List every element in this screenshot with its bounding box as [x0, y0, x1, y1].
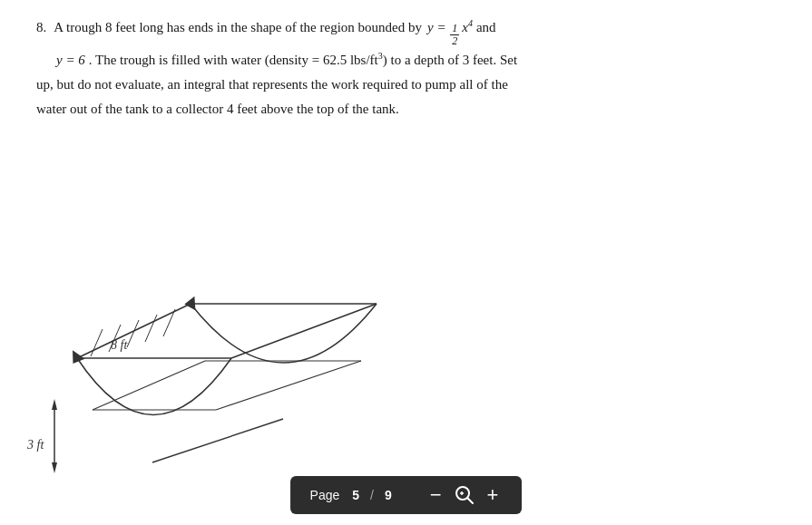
svg-marker-17 [52, 399, 57, 410]
svg-marker-15 [183, 297, 201, 314]
equation1: y = 1 2 x4 [427, 16, 473, 47]
total-pages: 9 [385, 488, 392, 502]
svg-line-12 [145, 315, 157, 342]
svg-line-8 [216, 361, 361, 410]
problem-line4: water out of the tank to a collector 4 f… [36, 102, 399, 116]
equation1-y: y = [427, 16, 449, 39]
page-content: 8. A trough 8 feet long has ends in the … [0, 0, 812, 525]
diagram-svg: 8 ft 3 ft [27, 181, 408, 490]
svg-line-4 [152, 419, 283, 462]
line1-and: and [476, 16, 496, 39]
svg-marker-18 [52, 462, 57, 473]
fraction-numerator: 1 [450, 23, 459, 35]
diagram-area: 8 ft 3 ft [27, 181, 408, 490]
problem-text: 8. A trough 8 feet long has ends in the … [36, 16, 776, 121]
problem-line1: A trough 8 feet long has ends in the sha… [54, 16, 422, 39]
svg-line-22 [467, 498, 473, 503]
bottom-toolbar: Page 5 / 9 − + [290, 476, 523, 514]
label-8ft: 8 ft [111, 338, 128, 352]
fraction-denominator: 2 [450, 35, 459, 47]
zoom-out-button[interactable]: − [426, 483, 445, 507]
equation2: y = 6 [56, 49, 85, 72]
problem-line3: up, but do not evaluate, an integral tha… [36, 77, 508, 92]
label-3ft: 3 ft [27, 438, 44, 452]
equation1-xterm: x4 [462, 16, 473, 39]
svg-line-9 [91, 329, 103, 356]
zoom-icon [455, 485, 474, 505]
fraction: 1 2 [450, 23, 459, 47]
page-slash: / [370, 488, 374, 502]
svg-line-7 [93, 361, 205, 410]
svg-line-1 [231, 304, 377, 358]
line2-rest: . The trough is filled with water (densi… [89, 49, 517, 72]
current-page: 5 [352, 488, 359, 502]
page-label: Page [310, 488, 340, 502]
problem-number: 8. [36, 16, 46, 39]
zoom-in-button[interactable]: + [484, 483, 503, 507]
magnifier-icon [455, 485, 474, 505]
